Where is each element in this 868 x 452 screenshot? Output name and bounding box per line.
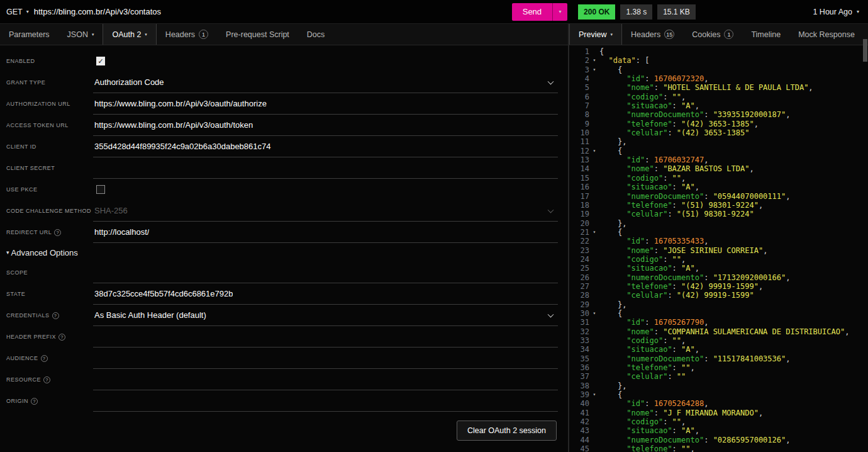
fold-arrow-icon[interactable]: ▾ xyxy=(589,390,599,399)
tab-count-badge: 1 xyxy=(199,30,208,39)
tab-timeline[interactable]: Timeline xyxy=(742,24,789,45)
line-number: 30 xyxy=(569,309,589,318)
field-label-text: AUTHORIZATION URL xyxy=(6,101,70,107)
tab-headers[interactable]: Headers1 xyxy=(157,24,217,45)
response-json-viewer[interactable]: 1{2▾ "data": [3▾ {4 "id": 16706072320,5 … xyxy=(569,45,868,452)
tab-parameters[interactable]: Parameters xyxy=(0,24,58,45)
state-input[interactable]: 38d7c325cce4f5b57f4cd6c6861e792b xyxy=(94,289,233,298)
tab-oauth-2[interactable]: OAuth 2▾ xyxy=(103,24,156,45)
field-label-text: CODE CHALLENGE METHOD xyxy=(6,208,91,214)
fold-gutter xyxy=(589,255,599,264)
token: : xyxy=(704,436,713,444)
form-row-scope: SCOPE xyxy=(6,262,558,283)
client-id-input[interactable]: 355d428d44f89935f24c9a02b6a30dabeb861c74 xyxy=(94,142,271,151)
field-control: 38d7c325cce4f5b57f4cd6c6861e792b xyxy=(93,283,558,305)
tab-docs[interactable]: Docs xyxy=(298,24,333,45)
token: , xyxy=(704,155,708,164)
code-line: 18 "telefone": "(51) 98301-9224", xyxy=(569,201,868,210)
token: : xyxy=(672,426,681,435)
info-icon[interactable]: ? xyxy=(58,334,65,341)
response-size-badge: 15.1 KB xyxy=(657,4,696,20)
tab-json[interactable]: JSON▾ xyxy=(58,24,103,45)
code-text: "numeroDocumento": "11517841003536", xyxy=(599,354,790,363)
redirect-url-input[interactable]: http://localhost/ xyxy=(94,227,149,237)
code-text: "celular": "(51) 98301-9224" xyxy=(599,210,754,218)
code-line: 30▾ { xyxy=(569,309,868,318)
field-control: https://www.bling.com.br/Api/v3/oauth/to… xyxy=(93,115,558,136)
token: 16705335433 xyxy=(654,237,704,246)
token: , xyxy=(695,345,699,354)
method-dropdown[interactable]: GET ▾ xyxy=(0,8,34,16)
line-number: 14 xyxy=(569,164,589,173)
line-number: 5 xyxy=(569,83,589,92)
code-line: 23 "nome": "JOSE SIRINEU CORREIA", xyxy=(569,246,868,255)
form-row-state: STATE38d7c325cce4f5b57f4cd6c6861e792b xyxy=(6,283,558,305)
access-token-url-input[interactable]: https://www.bling.com.br/Api/v3/oauth/to… xyxy=(94,120,253,130)
tab-cookies[interactable]: Cookies1 xyxy=(683,24,742,45)
tab-mock-response[interactable]: Mock Response xyxy=(789,24,864,45)
authorization-url-input[interactable]: https://www.bling.com.br/Api/v3/oauth/au… xyxy=(94,99,267,108)
send-options-button[interactable]: ▾ xyxy=(552,3,567,21)
scrollbar-thumb[interactable] xyxy=(863,39,867,62)
enabled-checkbox[interactable]: ✓ xyxy=(96,57,105,65)
form-row-client-secret: CLIENT SECRET xyxy=(6,157,558,179)
topbar: GET ▾ https://bling.com.br/Api/v3/contat… xyxy=(0,0,868,24)
token: : xyxy=(672,282,681,291)
line-number: 29 xyxy=(569,300,589,309)
info-icon[interactable]: ? xyxy=(52,312,59,319)
token: : xyxy=(667,291,676,300)
field-label-text: ACCESS TOKEN URL xyxy=(6,122,69,128)
code-text: "nome": "JOSE SIRINEU CORREIA", xyxy=(599,246,767,255)
fold-arrow-icon[interactable]: ▾ xyxy=(589,228,599,237)
token: "JOSE SIRINEU CORREIA" xyxy=(663,246,763,255)
token: "numeroDocumento" xyxy=(626,273,704,282)
advanced-options-toggle[interactable]: ▾Advanced Options xyxy=(6,243,558,262)
code-line: 37 "celular": "" xyxy=(569,372,868,381)
tab-label: Timeline xyxy=(751,30,781,39)
info-icon[interactable]: ? xyxy=(43,376,50,383)
token: , xyxy=(681,336,686,345)
send-button[interactable]: Send xyxy=(512,3,552,21)
use-pkce-checkbox[interactable] xyxy=(96,185,105,194)
line-number: 1 xyxy=(569,47,589,56)
code-line: 33 "codigo": "", xyxy=(569,336,868,345)
fold-arrow-icon[interactable]: ▾ xyxy=(589,147,599,155)
token: : [ xyxy=(636,56,650,65)
tab-headers[interactable]: Headers15 xyxy=(622,24,683,45)
grant-type-select[interactable]: Authorization Code xyxy=(94,77,164,87)
line-number: 26 xyxy=(569,273,589,282)
info-icon[interactable]: ? xyxy=(31,398,38,405)
line-number: 12 xyxy=(569,147,589,155)
form-row-redirect-url: REDIRECT URL?http://localhost/ xyxy=(6,222,558,243)
tab-preview[interactable]: Preview▾ xyxy=(569,24,622,45)
credentials-select[interactable]: As Basic Auth Header (default) xyxy=(94,310,206,320)
tab-pre-request-script[interactable]: Pre-request Script xyxy=(217,24,298,45)
info-icon[interactable]: ? xyxy=(41,355,48,362)
fold-arrow-icon[interactable]: ▾ xyxy=(589,65,599,74)
line-number: 27 xyxy=(569,282,589,291)
code-line: 39▾ { xyxy=(569,390,868,399)
token: : xyxy=(663,336,672,345)
field-control xyxy=(93,369,558,390)
token: "" xyxy=(672,255,681,264)
token: : xyxy=(654,246,663,255)
history-dropdown[interactable]: 1 Hour Ago ▾ xyxy=(813,8,868,16)
token: , xyxy=(754,120,759,128)
code-challenge-method-select[interactable]: SHA-256 xyxy=(94,206,128,215)
info-icon[interactable]: ? xyxy=(54,229,61,236)
code-line: 45 "telefone": "", xyxy=(569,444,868,452)
chevron-down-icon: ▾ xyxy=(559,9,562,14)
token: "nome" xyxy=(626,246,654,255)
url-input[interactable]: https://bling.com.br/Api/v3/contatos xyxy=(34,7,512,16)
clear-oauth2-session-button[interactable]: Clear OAuth 2 session xyxy=(457,421,557,441)
response-status-group: 200 OK 1.38 s 15.1 KB xyxy=(578,4,696,20)
code-text: { xyxy=(599,309,622,318)
fold-arrow-icon[interactable]: ▾ xyxy=(589,309,599,318)
token: { xyxy=(618,390,622,399)
token: "celular" xyxy=(626,128,667,137)
token: "17132092000166" xyxy=(713,273,786,282)
fold-arrow-icon[interactable]: ▾ xyxy=(589,56,599,65)
token: "" xyxy=(672,417,681,426)
send-button-group: Send ▾ xyxy=(512,3,567,21)
field-label-text: STATE xyxy=(6,291,25,297)
